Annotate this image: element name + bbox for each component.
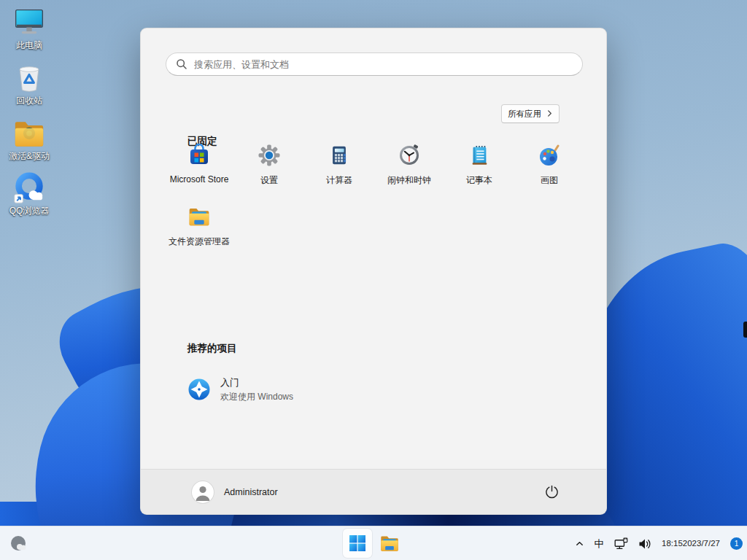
start-menu: 已固定 所有应用 Microsoft Store — [140, 28, 607, 515]
clock-time: 18:15 — [662, 538, 683, 549]
pinned-app-label: 设置 — [260, 174, 278, 187]
user-name: Administrator — [224, 487, 278, 497]
pinned-app-label: 画图 — [541, 174, 558, 187]
pinned-app-file-explorer[interactable]: 文件资源管理器 — [164, 196, 234, 257]
pinned-app-notepad[interactable]: 记事本 — [444, 135, 514, 196]
microsoft-store-icon — [187, 142, 211, 168]
desktop-icon-column: 此电脑 回收站 激活&驱动 — [1, 6, 57, 227]
recommended-item-get-started[interactable]: 入门 欢迎使用 Windows — [176, 368, 380, 411]
file-explorer-icon — [379, 533, 400, 553]
user-account-button[interactable]: Administrator — [187, 477, 287, 508]
recommended-section-header: 推荐的项目 — [187, 342, 237, 355]
ime-indicator[interactable]: 中 — [589, 531, 610, 557]
notification-count-badge[interactable]: 1 — [730, 537, 743, 550]
pinned-app-label: 闹钟和时钟 — [387, 174, 431, 187]
calculator-icon — [328, 142, 350, 168]
pinned-app-label: 计算器 — [326, 174, 352, 187]
alarm-clock-icon — [398, 142, 421, 168]
pinned-apps-grid: Microsoft Store — [164, 135, 584, 257]
desktop-icon-label: 此电脑 — [16, 41, 42, 51]
desktop-icon-this-pc[interactable]: 此电脑 — [1, 6, 57, 51]
clock-date-button[interactable]: 18:15 2023/7/27 — [657, 531, 725, 557]
tray-show-hidden-icons-button[interactable] — [570, 531, 589, 557]
desktop-icon-label: QQ浏览器 — [9, 206, 50, 217]
pinned-app-alarms-clock[interactable]: 闹钟和时钟 — [374, 135, 444, 196]
paint-palette-icon — [538, 142, 561, 168]
edge-flyout-handle[interactable] — [743, 322, 747, 338]
pinned-app-microsoft-store[interactable]: Microsoft Store — [164, 135, 234, 196]
qq-browser-icon — [12, 171, 46, 205]
windows-logo-icon — [349, 534, 366, 552]
settings-gear-icon — [258, 142, 281, 168]
pinned-app-settings[interactable]: 设置 — [234, 135, 304, 196]
desktop-icon-recycle-bin[interactable]: 回收站 — [1, 61, 57, 106]
desktop-icon-drivers-folder[interactable]: 激活&驱动 — [1, 117, 57, 162]
volume-button[interactable] — [633, 531, 657, 557]
weather-cloud-icon — [9, 534, 28, 553]
all-apps-button[interactable]: 所有应用 — [501, 104, 560, 123]
taskbar: 中 18:1 — [0, 526, 747, 560]
pinned-app-label: Microsoft Store — [170, 174, 229, 184]
avatar — [192, 481, 214, 503]
pinned-app-calculator[interactable]: 计算器 — [304, 135, 374, 196]
desktop-icon-label: 回收站 — [16, 96, 42, 106]
recommended-item-subtitle: 欢迎使用 Windows — [220, 391, 293, 403]
power-icon — [545, 485, 559, 499]
notepad-icon — [468, 142, 490, 168]
taskbar-file-explorer-button[interactable] — [375, 529, 404, 558]
chevron-right-icon — [546, 109, 553, 118]
desktop-icon-qq-browser[interactable]: QQ浏览器 — [1, 171, 57, 217]
this-pc-icon — [12, 6, 46, 39]
folder-icon — [12, 117, 46, 150]
network-button[interactable] — [609, 531, 633, 557]
pinned-app-label: 文件资源管理器 — [169, 236, 230, 248]
start-menu-user-bar: Administrator — [141, 469, 606, 514]
power-button[interactable] — [538, 478, 565, 506]
ethernet-network-icon — [614, 537, 628, 550]
recycle-bin-icon — [12, 61, 46, 95]
chevron-up-icon — [575, 539, 584, 548]
pinned-app-label: 记事本 — [466, 174, 492, 187]
all-apps-label: 所有应用 — [508, 109, 541, 120]
clock-date: 2023/7/27 — [683, 538, 720, 549]
get-started-icon — [187, 378, 211, 401]
speaker-icon — [638, 538, 651, 550]
start-button[interactable] — [343, 529, 372, 558]
file-explorer-icon — [187, 203, 211, 230]
search-input[interactable] — [166, 52, 583, 76]
pinned-app-paint[interactable]: 画图 — [514, 135, 584, 196]
recommended-item-title: 入门 — [220, 376, 293, 389]
widgets-weather-button[interactable] — [6, 531, 32, 557]
desktop-icon-label: 激活&驱动 — [9, 152, 50, 162]
